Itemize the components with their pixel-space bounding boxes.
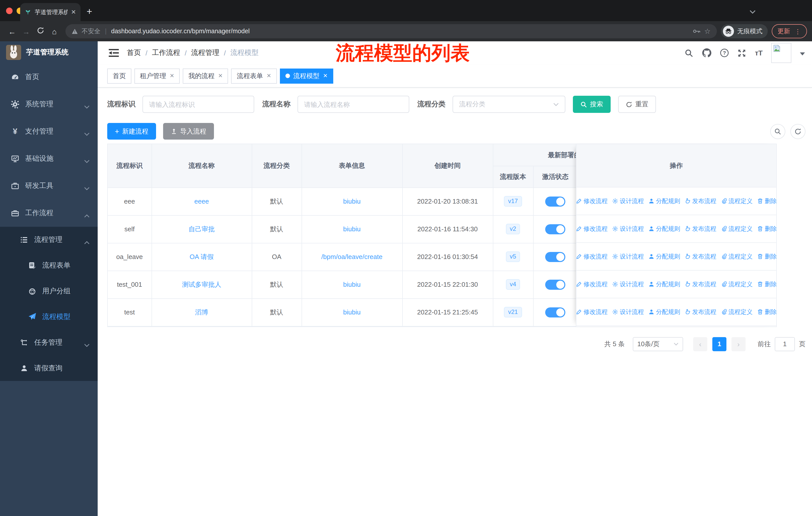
reload-icon[interactable]: [33, 27, 47, 36]
forward-icon[interactable]: →: [19, 27, 33, 35]
cell-process-name[interactable]: 滔博: [151, 298, 252, 326]
cell-active-status[interactable]: [533, 271, 577, 298]
action-design-process[interactable]: 设计流程: [612, 197, 644, 205]
action-publish-process[interactable]: 发布流程: [685, 224, 716, 233]
tag-process-model[interactable]: 流程模型✕: [280, 68, 333, 83]
fullscreen-icon[interactable]: [737, 48, 746, 57]
sidebar-item-task-management[interactable]: 任务管理: [0, 330, 98, 355]
action-delete[interactable]: 删除: [757, 308, 777, 316]
action-process-definition[interactable]: 流程定义: [721, 252, 753, 261]
action-assign-rule[interactable]: 分配规则: [648, 197, 680, 205]
back-icon[interactable]: ←: [5, 27, 19, 35]
close-icon[interactable]: ✕: [218, 73, 223, 79]
search-icon[interactable]: [685, 48, 693, 57]
cell-active-status[interactable]: [533, 187, 577, 215]
active-toggle[interactable]: [545, 279, 565, 290]
avatar[interactable]: [771, 43, 791, 63]
cell-form-info[interactable]: /bpm/oa/leave/create: [301, 243, 402, 271]
menu-dots-icon[interactable]: ⋮: [794, 27, 801, 35]
sidebar-item-process-model[interactable]: 流程模型: [0, 304, 98, 330]
action-publish-process[interactable]: 发布流程: [685, 308, 716, 316]
action-delete[interactable]: 删除: [757, 197, 777, 205]
action-publish-process[interactable]: 发布流程: [685, 197, 716, 205]
action-edit-process[interactable]: 修改流程: [576, 224, 608, 233]
cell-active-status[interactable]: [533, 298, 577, 326]
avatar-caret-icon[interactable]: [800, 48, 805, 57]
action-assign-rule[interactable]: 分配规则: [648, 224, 680, 233]
action-assign-rule[interactable]: 分配规则: [648, 280, 680, 289]
security-warning-icon[interactable]: [71, 28, 78, 34]
next-page-button[interactable]: ›: [731, 337, 746, 351]
font-size-icon[interactable]: ᴛT: [755, 49, 763, 57]
tab-search-chevron-icon[interactable]: [750, 7, 756, 16]
action-process-definition[interactable]: 流程定义: [721, 224, 753, 233]
prev-page-button[interactable]: ‹: [693, 337, 707, 351]
action-publish-process[interactable]: 发布流程: [685, 280, 716, 289]
breadcrumb-workflow[interactable]: 工作流程: [152, 48, 180, 57]
sidebar-item-infrastructure[interactable]: 基础设施: [0, 145, 98, 172]
breadcrumb-home[interactable]: 首页: [127, 48, 141, 57]
tab-close-icon[interactable]: ✕: [71, 8, 76, 16]
process-key-input[interactable]: [142, 96, 254, 113]
close-icon[interactable]: ✕: [323, 73, 327, 79]
cell-active-status[interactable]: [533, 215, 577, 243]
close-window-button[interactable]: [6, 7, 12, 14]
search-button[interactable]: 搜索: [573, 96, 611, 113]
url-text[interactable]: dashboard.yudao.iocoder.cn/bpm/manager/m…: [111, 28, 689, 35]
close-icon[interactable]: ✕: [266, 73, 271, 79]
action-delete[interactable]: 删除: [757, 280, 777, 289]
reset-button[interactable]: 重置: [618, 96, 656, 113]
breadcrumb-process-management[interactable]: 流程管理: [191, 48, 220, 57]
goto-page-input[interactable]: [775, 337, 795, 351]
cell-process-name[interactable]: 自己审批: [151, 215, 252, 243]
action-edit-process[interactable]: 修改流程: [576, 308, 608, 316]
cell-process-name[interactable]: eeee: [151, 187, 252, 215]
action-design-process[interactable]: 设计流程: [612, 224, 644, 233]
page-size-select[interactable]: 10条/页: [633, 337, 683, 351]
cell-active-status[interactable]: [533, 243, 577, 271]
action-publish-process[interactable]: 发布流程: [685, 252, 716, 261]
sidebar-item-payment[interactable]: ¥ 支付管理: [0, 118, 98, 145]
tag-home[interactable]: 首页: [107, 68, 132, 83]
browser-tab[interactable]: 芋道管理系统 ✕: [20, 3, 81, 21]
action-process-definition[interactable]: 流程定义: [721, 308, 753, 316]
key-icon[interactable]: [693, 28, 701, 34]
import-process-button[interactable]: 导入流程: [163, 123, 214, 140]
cell-form-info[interactable]: biubiu: [301, 187, 402, 215]
bookmark-star-icon[interactable]: ☆: [704, 27, 710, 35]
current-page-button[interactable]: 1: [712, 337, 726, 351]
sidebar-item-user-group[interactable]: 用户分组: [0, 278, 98, 304]
cell-form-info[interactable]: biubiu: [301, 298, 402, 326]
create-process-button[interactable]: + 新建流程: [107, 123, 156, 140]
action-assign-rule[interactable]: 分配规则: [648, 252, 680, 261]
sidebar-item-process-management[interactable]: 流程管理: [0, 227, 98, 252]
browser-update-button[interactable]: 更新 ⋮: [772, 24, 807, 38]
tag-my-process[interactable]: 我的流程✕: [183, 68, 228, 83]
sidebar-item-dev-tools[interactable]: 研发工具: [0, 172, 98, 199]
action-edit-process[interactable]: 修改流程: [576, 197, 608, 205]
cell-form-info[interactable]: biubiu: [301, 271, 402, 298]
action-edit-process[interactable]: 修改流程: [576, 252, 608, 261]
help-icon[interactable]: ?: [720, 48, 729, 57]
sidebar-item-home[interactable]: 首页: [0, 63, 98, 91]
action-delete[interactable]: 删除: [757, 224, 777, 233]
sidebar-item-system[interactable]: 系统管理: [0, 91, 98, 118]
active-toggle[interactable]: [545, 252, 565, 262]
address-bar[interactable]: 不安全 | dashboard.yudao.iocoder.cn/bpm/man…: [65, 24, 717, 38]
active-toggle[interactable]: [545, 307, 565, 317]
cell-form-info[interactable]: biubiu: [301, 215, 402, 243]
close-icon[interactable]: ✕: [170, 73, 174, 79]
action-design-process[interactable]: 设计流程: [612, 308, 644, 316]
cell-process-name[interactable]: OA 请假: [151, 243, 252, 271]
sidebar-item-process-form[interactable]: 流程表单: [0, 252, 98, 278]
action-process-definition[interactable]: 流程定义: [721, 280, 753, 289]
action-edit-process[interactable]: 修改流程: [576, 280, 608, 289]
sidebar-item-leave-query[interactable]: 请假查询: [0, 355, 98, 381]
cell-process-name[interactable]: 测试多审批人: [151, 271, 252, 298]
home-icon[interactable]: ⌂: [47, 27, 61, 35]
sidebar-collapse-icon[interactable]: [109, 48, 119, 57]
process-name-input[interactable]: [297, 96, 409, 113]
show-search-icon-button[interactable]: [770, 124, 785, 139]
github-icon[interactable]: [702, 48, 711, 57]
process-category-select[interactable]: 流程分类: [453, 96, 565, 113]
